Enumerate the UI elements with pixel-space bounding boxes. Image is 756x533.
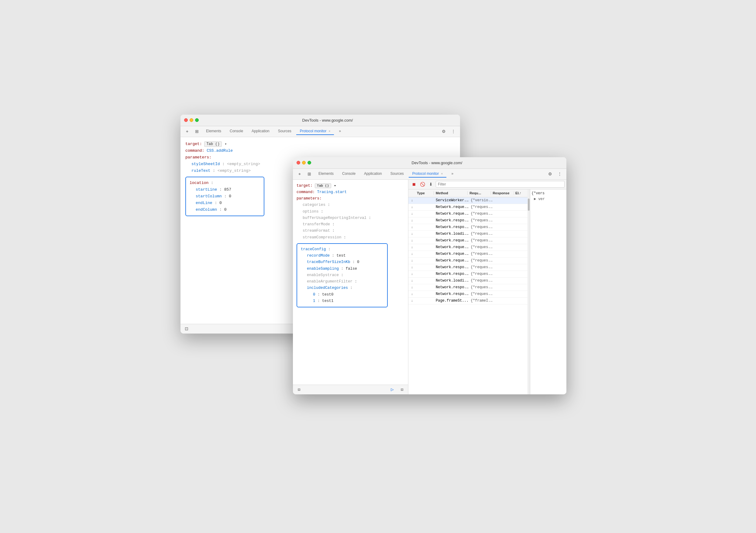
front-close-button[interactable] bbox=[297, 161, 300, 164]
table-row[interactable]: ↓ Network.reque... {"reques... bbox=[408, 251, 527, 258]
table-row[interactable]: ↓ Network.respo... {"reques... bbox=[408, 264, 527, 271]
table-row[interactable]: ↓ Network.respo... {"reques... bbox=[408, 291, 527, 298]
front-minimize-button[interactable] bbox=[302, 161, 306, 164]
start-column-line: startColumn : 0 bbox=[190, 193, 260, 200]
tab-application-front[interactable]: Application bbox=[360, 170, 386, 178]
th-el: El.↑ bbox=[514, 191, 525, 195]
tab-console-front[interactable]: Console bbox=[338, 170, 359, 178]
scrollbar-thumb[interactable] bbox=[528, 199, 529, 211]
front-target-dropdown-icon[interactable]: ▾ bbox=[334, 184, 336, 187]
minimize-button[interactable] bbox=[190, 118, 193, 122]
table-row[interactable]: ↓ Network.reque... {"reques... bbox=[408, 204, 527, 211]
start-line-line: startLine : 857 bbox=[190, 186, 260, 193]
tab-protocol-monitor-front[interactable]: Protocol monitor × bbox=[409, 170, 447, 178]
tab-console-back[interactable]: Console bbox=[226, 128, 247, 135]
table-body[interactable]: ↓ ServiceWorker... {"versio... ↓ Netwo bbox=[408, 197, 527, 394]
front-params-line: parameters: bbox=[297, 195, 404, 202]
table-row[interactable]: ↓ Network.respo... {"reques... bbox=[408, 271, 527, 278]
traffic-lights bbox=[184, 118, 199, 122]
dock-icon-back[interactable]: ⊡ bbox=[183, 325, 190, 332]
split-pane: target: Tab () ▾ command: Tracing.start … bbox=[293, 180, 566, 394]
enable-arg-line: enableArgumentFilter : bbox=[301, 278, 384, 285]
send-button[interactable]: ▷ bbox=[389, 386, 396, 393]
buffer-line: bufferUsageReportingInterval : bbox=[297, 215, 404, 221]
front-toolbar-right: ⚙ ⋮ bbox=[546, 170, 564, 178]
options-line: options : bbox=[297, 209, 404, 215]
command-line: command: CSS.addRule bbox=[185, 148, 455, 154]
enable-systrace-line: enableSystrace : bbox=[301, 272, 384, 278]
table-row[interactable]: ↓ Network.loadi... {"reques... bbox=[408, 278, 527, 284]
clear-button[interactable]: 🚫 bbox=[419, 181, 426, 188]
front-titlebar: DevTools - www.google.com/ bbox=[293, 157, 566, 169]
table-row[interactable]: ↓ Network.reque... {"reques... bbox=[408, 238, 527, 244]
maximize-button[interactable] bbox=[195, 118, 199, 122]
table-row[interactable]: ↓ Network.respo... {"reques... bbox=[408, 284, 527, 291]
table-row[interactable]: ↓ Network.reque... {"reques... bbox=[408, 211, 527, 217]
th-type: Type bbox=[416, 191, 434, 195]
table-row[interactable]: ↓ ServiceWorker... {"versio... bbox=[408, 197, 527, 204]
requ-cell: {"versio... bbox=[469, 198, 493, 203]
tab-elements-front[interactable]: Elements bbox=[315, 170, 337, 178]
layers-icon[interactable]: ⊞ bbox=[193, 127, 201, 136]
record-panel-icon[interactable]: ⊡ bbox=[398, 386, 406, 393]
left-pane: target: Tab () ▾ command: Tracing.start … bbox=[293, 180, 408, 394]
scrollbar[interactable] bbox=[527, 189, 530, 394]
table-row[interactable]: ↓ Network.respo... {"reques... bbox=[408, 224, 527, 231]
trace-config-box: traceConfig : recordMode : test traceBuf… bbox=[297, 243, 388, 307]
table-row[interactable]: ↓ Network.loadi... {"reques... bbox=[408, 231, 527, 238]
table-row[interactable]: ↓ Network.respo... {"reques... bbox=[408, 217, 527, 224]
back-toolbar-right: ⚙ ⋮ bbox=[439, 127, 458, 136]
record-stop-button[interactable]: ⏹ bbox=[410, 181, 418, 188]
tab-sources-front[interactable]: Sources bbox=[387, 170, 408, 178]
stream-format-line: streamFormat : bbox=[297, 228, 404, 234]
tab-protocol-monitor-back[interactable]: Protocol monitor × bbox=[296, 128, 334, 135]
table-container: Type Method Requ... Response El.↑ ↓ bbox=[408, 189, 527, 394]
tab-close-front[interactable]: × bbox=[441, 172, 443, 176]
tab-sources-back[interactable]: Sources bbox=[274, 128, 295, 135]
table-row[interactable]: ↓ Page.frameSt... {"frameI... bbox=[408, 298, 527, 304]
front-target-selector[interactable]: Tab () bbox=[315, 183, 331, 188]
dots-icon-front[interactable]: ⋮ bbox=[555, 170, 564, 178]
tab-more-back[interactable]: » bbox=[335, 128, 344, 135]
cursor-icon-front[interactable]: ⌖ bbox=[295, 170, 304, 178]
table-row[interactable]: ↓ Network.reque... {"reques... bbox=[408, 244, 527, 251]
back-window-title: DevTools - www.google.com/ bbox=[199, 118, 456, 123]
tab-more-front[interactable]: » bbox=[447, 170, 457, 178]
categories-line: categories : bbox=[297, 202, 404, 208]
enable-sampling-line: enableSampling : false bbox=[301, 266, 384, 272]
target-selector[interactable]: Tab () bbox=[204, 141, 222, 147]
tree-pane: {"vers ► ver bbox=[530, 189, 566, 394]
table-row[interactable]: ↓ Network.reque... {"reques... bbox=[408, 258, 527, 264]
left-bottom-bar: ⊡ ▷ ⊡ bbox=[293, 385, 408, 394]
cursor-icon[interactable]: ⌖ bbox=[183, 127, 191, 136]
filter-input[interactable] bbox=[436, 181, 565, 187]
back-titlebar: DevTools - www.google.com/ bbox=[180, 115, 460, 126]
target-dropdown-icon[interactable]: ▾ bbox=[225, 142, 227, 146]
th-requ: Requ... bbox=[468, 191, 491, 195]
download-button[interactable]: ⬇ bbox=[427, 181, 435, 188]
tab-close-back[interactable]: × bbox=[329, 129, 331, 133]
tab-application-back[interactable]: Application bbox=[248, 128, 273, 135]
front-maximize-button[interactable] bbox=[308, 161, 311, 164]
front-target-line: target: Tab () ▾ bbox=[297, 183, 404, 189]
gear-icon-back[interactable]: ⚙ bbox=[439, 127, 448, 136]
dock-icon-front[interactable]: ⊡ bbox=[295, 386, 303, 393]
gear-icon-front[interactable]: ⚙ bbox=[546, 170, 554, 178]
left-content: target: Tab () ▾ command: Tracing.start … bbox=[293, 180, 408, 385]
trace-buf-line: traceBufferSizeInKb : 0 bbox=[301, 259, 384, 266]
tree-sub: ► ver bbox=[531, 196, 565, 202]
included-cats-line: includedCategories : bbox=[301, 285, 384, 291]
tree-content: {"vers bbox=[531, 191, 565, 196]
close-button[interactable] bbox=[184, 118, 188, 122]
method-cell: ServiceWorker... bbox=[434, 198, 469, 203]
tab-elements-back[interactable]: Elements bbox=[202, 128, 225, 135]
stream-compression-line: streamCompression : bbox=[297, 235, 404, 241]
end-line-line: endLine : 0 bbox=[190, 200, 260, 207]
front-traffic-lights bbox=[297, 161, 311, 164]
right-pane: ⏹ 🚫 ⬇ Type Method Requ... Respon bbox=[408, 180, 566, 394]
front-toolbar: ⌖ ⊞ Elements Console Application Sources… bbox=[293, 169, 566, 180]
dots-icon-back[interactable]: ⋮ bbox=[449, 127, 458, 136]
layers-icon-front[interactable]: ⊞ bbox=[305, 170, 313, 178]
trace-config-header: traceConfig : bbox=[301, 246, 384, 253]
location-header-line: location : bbox=[190, 180, 260, 186]
